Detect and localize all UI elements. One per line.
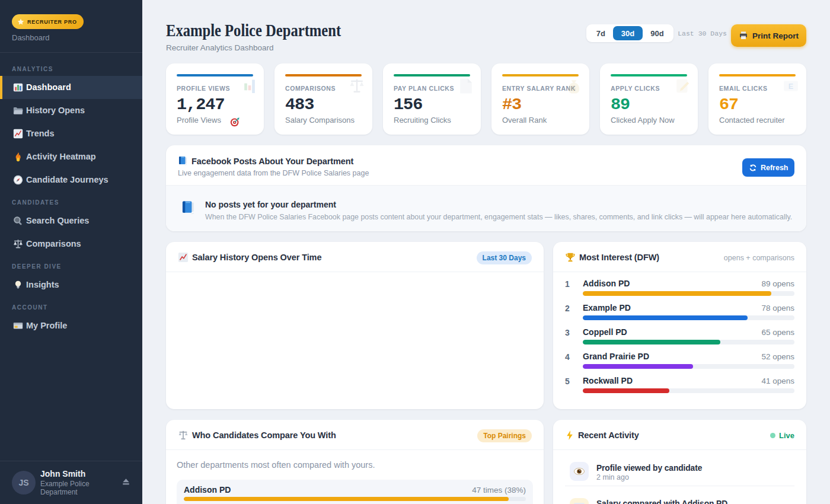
svg-text:$: $ — [572, 84, 576, 92]
svg-text:E: E — [788, 82, 793, 91]
